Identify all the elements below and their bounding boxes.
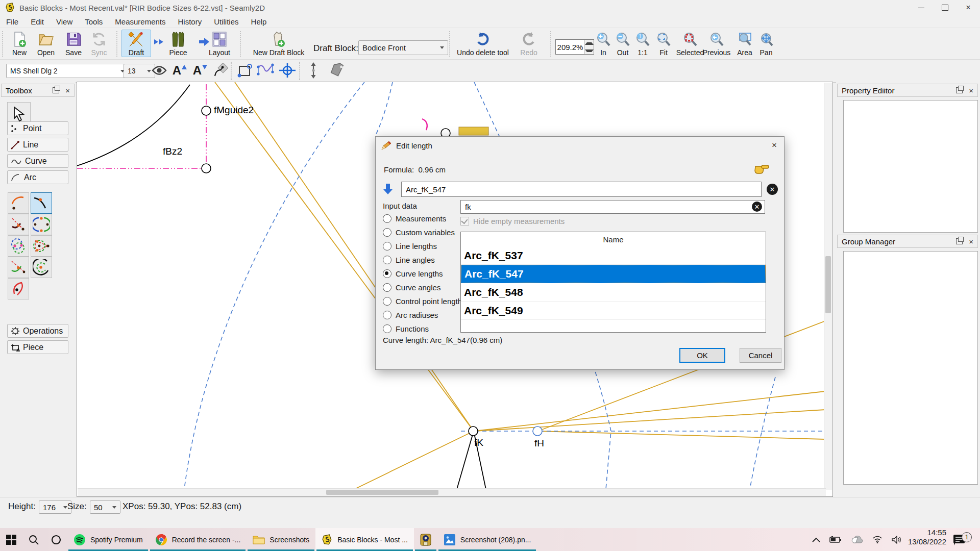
- menu-edit[interactable]: Edit: [24, 16, 50, 27]
- filter-input[interactable]: [460, 200, 765, 214]
- minimize-button[interactable]: [910, 0, 933, 15]
- piece-button[interactable]: Piece: [7, 340, 68, 354]
- ok-button[interactable]: OK: [679, 348, 725, 363]
- radio-control-point-lengths[interactable]: Control point lengths: [383, 297, 466, 306]
- show-labels-button[interactable]: [150, 62, 168, 79]
- tool-arcs-intersection-button[interactable]: [31, 214, 52, 235]
- font-combo[interactable]: MS Shell Dlg 2: [6, 64, 129, 78]
- draft-block-combo[interactable]: Bodice Front: [358, 40, 448, 55]
- tool-arc-intersect-button[interactable]: [8, 214, 29, 235]
- horizontal-scrollbar-handle[interactable]: [326, 490, 438, 495]
- zoom-spin-arrows[interactable]: [584, 40, 594, 54]
- hide-empty-checkbox[interactable]: Hide empty measurements: [460, 217, 565, 226]
- label-fMguide2[interactable]: fMguide2: [214, 105, 254, 116]
- radio-functions[interactable]: Functions: [383, 324, 429, 333]
- menu-help[interactable]: Help: [245, 16, 273, 27]
- zoom-fit-button[interactable]: Fit: [654, 30, 673, 57]
- union-tool-button[interactable]: [236, 62, 254, 79]
- zoom-in-button[interactable]: In: [594, 30, 613, 57]
- zoom-pan-button[interactable]: Pan: [756, 30, 776, 57]
- draft-mode-button[interactable]: Draft: [121, 30, 151, 57]
- label-fBz2[interactable]: fBz2: [163, 146, 182, 157]
- float-panel-icon[interactable]: [956, 238, 963, 244]
- toolbox-category-curve[interactable]: Curve: [7, 154, 68, 168]
- tool-arc-line-intersect-button[interactable]: [8, 257, 29, 278]
- tool-elliptical-arc-button[interactable]: [8, 278, 29, 299]
- radio-curve-angles[interactable]: Curve angles: [383, 283, 440, 292]
- tool-arc-radius-button[interactable]: [31, 192, 52, 214]
- size-combo[interactable]: 50: [90, 500, 120, 514]
- formula-input[interactable]: [401, 182, 762, 197]
- horizontal-scrollbar[interactable]: [78, 488, 826, 496]
- tool-concentric-arcs-button[interactable]: [31, 257, 52, 278]
- hand-pointer-icon[interactable]: [754, 161, 770, 174]
- arrow-down-icon[interactable]: [383, 183, 393, 195]
- operations-button[interactable]: Operations: [7, 324, 68, 338]
- tray-chevron-icon[interactable]: [812, 537, 820, 542]
- zoom-previous-button[interactable]: Previous: [700, 30, 733, 57]
- point-fH[interactable]: [533, 427, 542, 436]
- menu-utilities[interactable]: Utilities: [208, 16, 244, 27]
- close-panel-icon[interactable]: ×: [65, 86, 70, 95]
- start-button[interactable]: [0, 528, 22, 551]
- radio-measurements[interactable]: Measurements: [383, 214, 446, 223]
- menu-tools[interactable]: Tools: [79, 16, 109, 27]
- taskbar-app-photos[interactable]: Screenshot (208).pn...: [437, 528, 537, 551]
- dialog-title-bar[interactable]: Edit length ×: [376, 137, 784, 154]
- table-row[interactable]: Arc_fK_548: [461, 283, 766, 302]
- close-panel-icon[interactable]: ×: [969, 86, 973, 95]
- dialog-close-icon[interactable]: ×: [772, 140, 777, 151]
- table-row-selected[interactable]: Arc_fK_547: [461, 265, 766, 283]
- battery-icon[interactable]: [829, 536, 842, 543]
- taskbar-app-seamlyme[interactable]: [414, 528, 437, 551]
- label-tag-button[interactable]: [328, 62, 346, 79]
- group-manager-panel[interactable]: [843, 251, 978, 485]
- cortana-button[interactable]: [45, 528, 67, 551]
- volume-icon[interactable]: [892, 536, 902, 544]
- open-button[interactable]: Open: [33, 30, 59, 57]
- decrease-font-button[interactable]: A: [191, 62, 209, 79]
- label-fK[interactable]: fK: [474, 437, 483, 448]
- piece-mode-button[interactable]: Piece: [164, 30, 192, 57]
- sync-button[interactable]: Sync: [86, 30, 112, 57]
- cancel-button[interactable]: Cancel: [740, 348, 781, 363]
- close-button[interactable]: ×: [957, 0, 980, 15]
- taskbar-app-screenshots-folder[interactable]: Screenshots: [247, 528, 315, 551]
- radio-curve-lengths[interactable]: Curve lengths: [383, 269, 443, 278]
- taskbar-app-spotify[interactable]: Spotify Premium: [67, 528, 149, 551]
- radio-arc-radiuses[interactable]: Arc radiuses: [383, 311, 438, 319]
- radio-line-lengths[interactable]: Line lengths: [383, 242, 437, 251]
- new-draft-block-button[interactable]: New Draft Block: [246, 30, 311, 57]
- point-fK[interactable]: [469, 427, 478, 436]
- undo-button[interactable]: Undo delete tool: [454, 30, 511, 57]
- wifi-icon[interactable]: [872, 536, 883, 543]
- tool-circles-intersection-button[interactable]: [8, 235, 29, 257]
- point-fBz2[interactable]: [202, 164, 211, 173]
- toolbox-category-point[interactable]: Point: [7, 121, 68, 135]
- radio-line-angles[interactable]: Line angles: [383, 256, 435, 264]
- menu-history[interactable]: History: [172, 16, 208, 27]
- clock[interactable]: 14:55 13/08/2022: [908, 528, 946, 551]
- height-combo[interactable]: 176: [39, 500, 71, 514]
- notification-center-button[interactable]: 1: [952, 528, 980, 551]
- vertical-axis-button[interactable]: [304, 62, 323, 79]
- layout-mode-button[interactable]: Layout: [204, 30, 235, 57]
- vertical-scrollbar-handle[interactable]: [825, 256, 831, 313]
- menu-file[interactable]: File: [0, 16, 24, 27]
- redo-button[interactable]: Redo: [514, 30, 543, 57]
- vertical-scrollbar[interactable]: [824, 83, 832, 490]
- curve-pen-button[interactable]: [211, 62, 230, 79]
- taskbar-app-chrome-recorder[interactable]: Record the screen -...: [149, 528, 247, 551]
- taskbar-app-seamly2d[interactable]: Basic Blocks - Most ...: [315, 528, 414, 551]
- increase-font-button[interactable]: A: [170, 62, 189, 79]
- point-fMguide2[interactable]: [202, 106, 211, 115]
- table-row[interactable]: Arc_fK_537: [461, 246, 766, 265]
- radio-custom-variables[interactable]: Custom variables: [383, 228, 455, 237]
- save-button[interactable]: Save: [60, 30, 87, 57]
- zoom-area-button[interactable]: Area: [733, 30, 756, 57]
- maximize-button[interactable]: [933, 0, 957, 15]
- float-panel-icon[interactable]: [53, 87, 59, 93]
- toolbox-category-line[interactable]: Line: [7, 138, 68, 152]
- taskbar-search-button[interactable]: [22, 528, 45, 551]
- float-panel-icon[interactable]: [956, 87, 963, 93]
